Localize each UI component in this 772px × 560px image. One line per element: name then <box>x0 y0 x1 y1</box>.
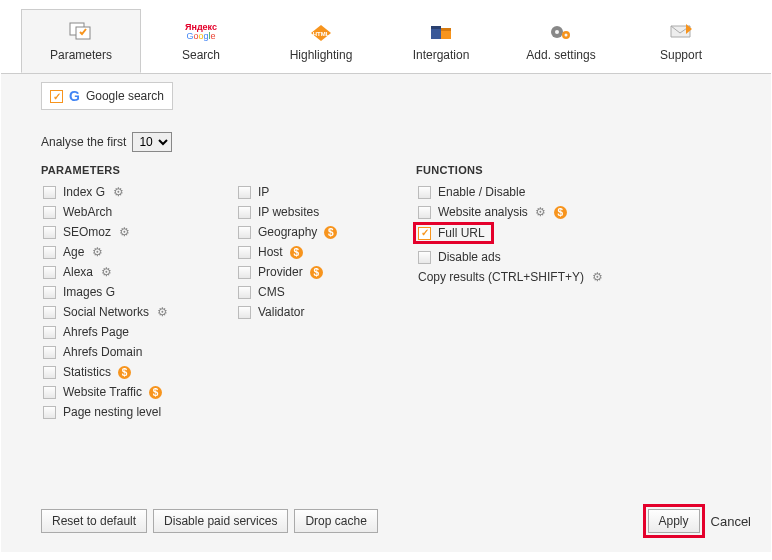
checkbox-provider[interactable] <box>238 266 251 279</box>
tab-parameters[interactable]: Parameters <box>21 9 141 73</box>
opt-ip: IP <box>258 185 269 199</box>
analyse-label: Analyse the first <box>41 135 126 149</box>
checkbox-host[interactable] <box>238 246 251 259</box>
opt-nesting: Page nesting level <box>63 405 161 419</box>
gear-icon[interactable]: ⚙ <box>112 186 124 198</box>
tab-support-label: Support <box>660 48 702 62</box>
checkbox-website-traffic[interactable] <box>43 386 56 399</box>
opt-alexa: Alexa <box>63 265 93 279</box>
apply-button[interactable]: Apply <box>648 509 700 533</box>
reset-button[interactable]: Reset to default <box>41 509 147 533</box>
tab-integration[interactable]: Intergation <box>381 9 501 73</box>
opt-provider: Provider <box>258 265 303 279</box>
opt-website-analysis: Website analysis <box>438 205 528 219</box>
opt-images-g: Images G <box>63 285 115 299</box>
opt-website-traffic: Website Traffic <box>63 385 142 399</box>
tab-add-settings[interactable]: Add. settings <box>501 9 621 73</box>
support-icon <box>667 20 695 44</box>
checkbox-ip[interactable] <box>238 186 251 199</box>
paid-icon: $ <box>310 266 323 279</box>
checkbox-webarch[interactable] <box>43 206 56 219</box>
checkbox-validator[interactable] <box>238 306 251 319</box>
apply-highlight: Apply <box>643 504 705 538</box>
integration-icon <box>427 20 455 44</box>
functions-column: FUNCTIONS Enable / Disable Website analy… <box>416 164 646 422</box>
opt-ahrefs-domain: Ahrefs Domain <box>63 345 142 359</box>
opt-webarch: WebArch <box>63 205 112 219</box>
opt-copy-results: Copy results (CTRL+SHIFT+Y) <box>418 270 584 284</box>
opt-seomoz: SEOmoz <box>63 225 111 239</box>
footer: Reset to default Disable paid services D… <box>41 504 751 538</box>
settings-icon <box>547 20 575 44</box>
checkbox-ahrefs-domain[interactable] <box>43 346 56 359</box>
opt-cms: CMS <box>258 285 285 299</box>
paid-icon: $ <box>554 206 567 219</box>
opt-ahrefs-page: Ahrefs Page <box>63 325 129 339</box>
search-icon: Яндекс Google <box>187 20 215 44</box>
checkbox-social[interactable] <box>43 306 56 319</box>
subtab-check-icon <box>50 90 63 103</box>
subtab-label: Google search <box>86 89 164 103</box>
cancel-link[interactable]: Cancel <box>711 514 751 529</box>
checkbox-website-analysis[interactable] <box>418 206 431 219</box>
checkbox-ip-websites[interactable] <box>238 206 251 219</box>
gear-icon[interactable]: ⚙ <box>591 271 603 283</box>
opt-validator: Validator <box>258 305 304 319</box>
checkbox-cms[interactable] <box>238 286 251 299</box>
tab-search[interactable]: Яндекс Google Search <box>141 9 261 73</box>
svg-text:HTML: HTML <box>313 31 330 37</box>
gear-icon[interactable]: ⚙ <box>100 266 112 278</box>
checkbox-images-g[interactable] <box>43 286 56 299</box>
opt-age: Age <box>63 245 84 259</box>
checkbox-index-g[interactable] <box>43 186 56 199</box>
parameters-icon <box>67 20 95 44</box>
gear-icon[interactable]: ⚙ <box>91 246 103 258</box>
checkbox-full-url[interactable] <box>418 227 431 240</box>
checkbox-enable-disable[interactable] <box>418 186 431 199</box>
checkbox-disable-ads[interactable] <box>418 251 431 264</box>
checkbox-statistics[interactable] <box>43 366 56 379</box>
highlighting-icon: HTML <box>307 20 335 44</box>
tab-integration-label: Intergation <box>413 48 470 62</box>
tab-highlighting[interactable]: HTML Highlighting <box>261 9 381 73</box>
checkbox-age[interactable] <box>43 246 56 259</box>
google-logo-icon: G <box>69 88 80 104</box>
disable-paid-button[interactable]: Disable paid services <box>153 509 288 533</box>
full-url-highlight: Full URL <box>413 222 494 244</box>
svg-point-10 <box>565 34 568 37</box>
main-tabs: Parameters Яндекс Google Search HTML Hig… <box>1 1 771 74</box>
checkbox-nesting[interactable] <box>43 406 56 419</box>
opt-social: Social Networks <box>63 305 149 319</box>
tab-highlighting-label: Highlighting <box>290 48 353 62</box>
opt-enable-disable: Enable / Disable <box>438 185 525 199</box>
tab-add-settings-label: Add. settings <box>526 48 595 62</box>
subtab-google-search[interactable]: G Google search <box>41 82 173 110</box>
tab-search-label: Search <box>182 48 220 62</box>
tab-support[interactable]: Support <box>621 9 741 73</box>
checkbox-ahrefs-page[interactable] <box>43 326 56 339</box>
paid-icon: $ <box>118 366 131 379</box>
gear-icon[interactable]: ⚙ <box>156 306 168 318</box>
opt-full-url: Full URL <box>438 226 485 240</box>
drop-cache-button[interactable]: Drop cache <box>294 509 377 533</box>
svg-rect-4 <box>431 26 441 29</box>
analyse-row: Analyse the first 10 <box>41 132 731 152</box>
checkbox-seomoz[interactable] <box>43 226 56 239</box>
analyse-select[interactable]: 10 <box>132 132 172 152</box>
tab-parameters-label: Parameters <box>50 48 112 62</box>
parameters-column: PARAMETERS Index G⚙ WebArch SEOmoz⚙ Age⚙… <box>41 164 216 422</box>
opt-statistics: Statistics <box>63 365 111 379</box>
opt-ip-websites: IP websites <box>258 205 319 219</box>
checkbox-alexa[interactable] <box>43 266 56 279</box>
parameters-column-2: . IP IP websites Geography$ Host$ Provid… <box>236 164 396 422</box>
svg-rect-5 <box>441 31 451 39</box>
content-panel: G Google search Analyse the first 10 PAR… <box>1 74 771 552</box>
svg-point-8 <box>555 30 559 34</box>
gear-icon[interactable]: ⚙ <box>535 206 547 218</box>
paid-icon: $ <box>324 226 337 239</box>
opt-geography: Geography <box>258 225 317 239</box>
gear-icon[interactable]: ⚙ <box>118 226 130 238</box>
parameters-header: PARAMETERS <box>41 164 216 176</box>
opt-disable-ads: Disable ads <box>438 250 501 264</box>
checkbox-geography[interactable] <box>238 226 251 239</box>
